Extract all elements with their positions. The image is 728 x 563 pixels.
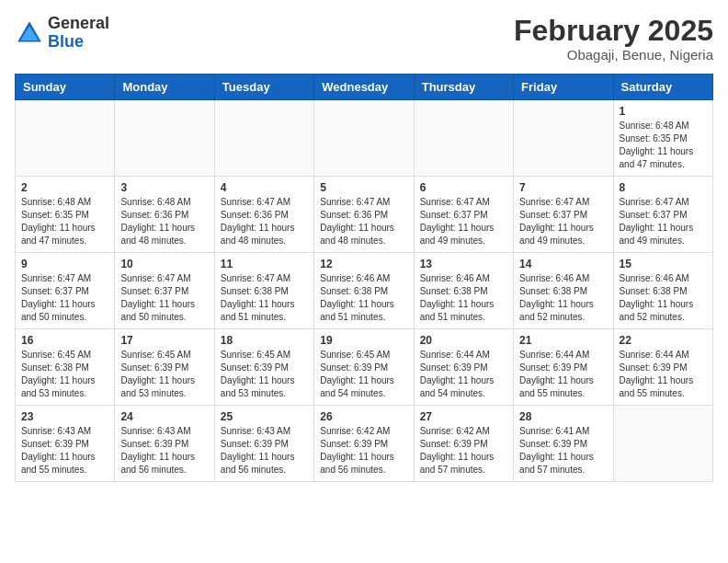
- logo-text: General Blue: [48, 15, 109, 52]
- calendar-cell: 26Sunrise: 6:42 AM Sunset: 6:39 PM Dayli…: [314, 406, 414, 482]
- day-info: Sunrise: 6:41 AM Sunset: 6:39 PM Dayligh…: [519, 425, 607, 477]
- calendar-cell: [214, 100, 313, 177]
- calendar-cell: 19Sunrise: 6:45 AM Sunset: 6:39 PM Dayli…: [314, 329, 414, 406]
- day-of-week-sunday: Sunday: [16, 75, 115, 100]
- calendar-week-4: 16Sunrise: 6:45 AM Sunset: 6:38 PM Dayli…: [16, 329, 713, 406]
- calendar-week-3: 9Sunrise: 6:47 AM Sunset: 6:37 PM Daylig…: [16, 253, 713, 329]
- calendar-cell: 2Sunrise: 6:48 AM Sunset: 6:35 PM Daylig…: [16, 177, 115, 253]
- day-number: 3: [120, 181, 208, 194]
- day-info: Sunrise: 6:44 AM Sunset: 6:39 PM Dayligh…: [519, 349, 607, 400]
- day-number: 16: [21, 334, 108, 347]
- day-of-week-saturday: Saturday: [613, 75, 712, 100]
- page-header: General Blue February 2025 Obagaji, Benu…: [15, 15, 713, 63]
- day-info: Sunrise: 6:44 AM Sunset: 6:39 PM Dayligh…: [620, 349, 707, 400]
- day-number: 4: [221, 181, 308, 194]
- day-info: Sunrise: 6:44 AM Sunset: 6:39 PM Dayligh…: [420, 349, 507, 400]
- calendar-cell: 17Sunrise: 6:45 AM Sunset: 6:39 PM Dayli…: [115, 329, 214, 406]
- day-number: 1: [620, 105, 707, 118]
- calendar-cell: 11Sunrise: 6:47 AM Sunset: 6:38 PM Dayli…: [214, 253, 313, 329]
- calendar-cell: 20Sunrise: 6:44 AM Sunset: 6:39 PM Dayli…: [414, 329, 513, 406]
- calendar-table: SundayMondayTuesdayWednesdayThursdayFrid…: [15, 74, 713, 482]
- calendar-cell: 22Sunrise: 6:44 AM Sunset: 6:39 PM Dayli…: [613, 329, 712, 406]
- calendar-cell: [514, 100, 613, 177]
- calendar-cell: 9Sunrise: 6:47 AM Sunset: 6:37 PM Daylig…: [16, 253, 115, 329]
- day-info: Sunrise: 6:47 AM Sunset: 6:37 PM Dayligh…: [519, 196, 607, 247]
- calendar-cell: 6Sunrise: 6:47 AM Sunset: 6:37 PM Daylig…: [414, 177, 513, 253]
- calendar-cell: 5Sunrise: 6:47 AM Sunset: 6:36 PM Daylig…: [314, 177, 414, 253]
- day-info: Sunrise: 6:45 AM Sunset: 6:39 PM Dayligh…: [221, 349, 308, 400]
- logo-icon: [15, 18, 44, 48]
- day-info: Sunrise: 6:42 AM Sunset: 6:39 PM Dayligh…: [420, 425, 507, 477]
- calendar-cell: 23Sunrise: 6:43 AM Sunset: 6:39 PM Dayli…: [16, 406, 115, 482]
- calendar-cell: 10Sunrise: 6:47 AM Sunset: 6:37 PM Dayli…: [115, 253, 214, 329]
- calendar-cell: 1Sunrise: 6:48 AM Sunset: 6:35 PM Daylig…: [613, 100, 712, 177]
- day-number: 5: [320, 181, 407, 194]
- day-info: Sunrise: 6:43 AM Sunset: 6:39 PM Dayligh…: [21, 425, 108, 477]
- calendar-cell: 24Sunrise: 6:43 AM Sunset: 6:39 PM Dayli…: [115, 406, 214, 482]
- calendar-cell: 28Sunrise: 6:41 AM Sunset: 6:39 PM Dayli…: [514, 406, 613, 482]
- day-number: 12: [320, 258, 407, 270]
- day-number: 11: [221, 258, 308, 270]
- day-info: Sunrise: 6:47 AM Sunset: 6:36 PM Dayligh…: [221, 196, 308, 247]
- day-info: Sunrise: 6:43 AM Sunset: 6:39 PM Dayligh…: [120, 425, 208, 477]
- calendar-cell: 3Sunrise: 6:48 AM Sunset: 6:36 PM Daylig…: [115, 177, 214, 253]
- day-info: Sunrise: 6:46 AM Sunset: 6:38 PM Dayligh…: [620, 272, 707, 324]
- day-info: Sunrise: 6:48 AM Sunset: 6:35 PM Dayligh…: [620, 120, 707, 171]
- day-number: 14: [519, 258, 607, 270]
- day-number: 26: [320, 410, 407, 423]
- day-number: 21: [519, 334, 607, 347]
- day-info: Sunrise: 6:48 AM Sunset: 6:35 PM Dayligh…: [21, 196, 108, 247]
- day-number: 19: [320, 334, 407, 347]
- calendar-cell: 15Sunrise: 6:46 AM Sunset: 6:38 PM Dayli…: [613, 253, 712, 329]
- day-number: 10: [120, 258, 208, 270]
- calendar-cell: [16, 100, 115, 177]
- calendar-cell: 16Sunrise: 6:45 AM Sunset: 6:38 PM Dayli…: [16, 329, 115, 406]
- calendar-cell: 12Sunrise: 6:46 AM Sunset: 6:38 PM Dayli…: [314, 253, 414, 329]
- day-number: 7: [519, 181, 607, 194]
- calendar-cell: [613, 406, 712, 482]
- day-info: Sunrise: 6:47 AM Sunset: 6:37 PM Dayligh…: [420, 196, 507, 247]
- day-number: 24: [120, 410, 208, 423]
- calendar-cell: 27Sunrise: 6:42 AM Sunset: 6:39 PM Dayli…: [414, 406, 513, 482]
- title-block: February 2025 Obagaji, Benue, Nigeria: [514, 15, 713, 63]
- day-info: Sunrise: 6:48 AM Sunset: 6:36 PM Dayligh…: [120, 196, 208, 247]
- day-number: 20: [420, 334, 507, 347]
- calendar-cell: 8Sunrise: 6:47 AM Sunset: 6:37 PM Daylig…: [613, 177, 712, 253]
- calendar-week-5: 23Sunrise: 6:43 AM Sunset: 6:39 PM Dayli…: [16, 406, 713, 482]
- day-number: 17: [120, 334, 208, 347]
- day-number: 23: [21, 410, 108, 423]
- month-title: February 2025: [514, 15, 713, 47]
- day-number: 6: [420, 181, 507, 194]
- calendar-cell: 18Sunrise: 6:45 AM Sunset: 6:39 PM Dayli…: [214, 329, 313, 406]
- day-info: Sunrise: 6:46 AM Sunset: 6:38 PM Dayligh…: [519, 272, 607, 324]
- calendar-cell: 21Sunrise: 6:44 AM Sunset: 6:39 PM Dayli…: [514, 329, 613, 406]
- calendar-cell: 7Sunrise: 6:47 AM Sunset: 6:37 PM Daylig…: [514, 177, 613, 253]
- calendar-cell: [115, 100, 214, 177]
- day-number: 13: [420, 258, 507, 270]
- calendar-cell: 13Sunrise: 6:46 AM Sunset: 6:38 PM Dayli…: [414, 253, 513, 329]
- day-number: 8: [620, 181, 707, 194]
- calendar-cell: 4Sunrise: 6:47 AM Sunset: 6:36 PM Daylig…: [214, 177, 313, 253]
- day-info: Sunrise: 6:43 AM Sunset: 6:39 PM Dayligh…: [221, 425, 308, 477]
- day-of-week-wednesday: Wednesday: [314, 75, 414, 100]
- day-info: Sunrise: 6:45 AM Sunset: 6:38 PM Dayligh…: [21, 349, 108, 400]
- day-info: Sunrise: 6:47 AM Sunset: 6:37 PM Dayligh…: [120, 272, 208, 324]
- day-info: Sunrise: 6:46 AM Sunset: 6:38 PM Dayligh…: [320, 272, 407, 324]
- calendar-cell: [414, 100, 513, 177]
- day-number: 22: [620, 334, 707, 347]
- day-info: Sunrise: 6:46 AM Sunset: 6:38 PM Dayligh…: [420, 272, 507, 324]
- day-info: Sunrise: 6:45 AM Sunset: 6:39 PM Dayligh…: [120, 349, 208, 400]
- day-of-week-thursday: Thursday: [414, 75, 513, 100]
- logo: General Blue: [15, 15, 109, 52]
- day-number: 28: [519, 410, 607, 423]
- day-info: Sunrise: 6:47 AM Sunset: 6:37 PM Dayligh…: [620, 196, 707, 247]
- day-number: 25: [221, 410, 308, 423]
- day-number: 9: [21, 258, 108, 270]
- calendar-cell: 14Sunrise: 6:46 AM Sunset: 6:38 PM Dayli…: [514, 253, 613, 329]
- day-info: Sunrise: 6:47 AM Sunset: 6:37 PM Dayligh…: [21, 272, 108, 324]
- calendar-week-2: 2Sunrise: 6:48 AM Sunset: 6:35 PM Daylig…: [16, 177, 713, 253]
- day-info: Sunrise: 6:45 AM Sunset: 6:39 PM Dayligh…: [320, 349, 407, 400]
- day-number: 27: [420, 410, 507, 423]
- calendar-cell: 25Sunrise: 6:43 AM Sunset: 6:39 PM Dayli…: [214, 406, 313, 482]
- day-info: Sunrise: 6:42 AM Sunset: 6:39 PM Dayligh…: [320, 425, 407, 477]
